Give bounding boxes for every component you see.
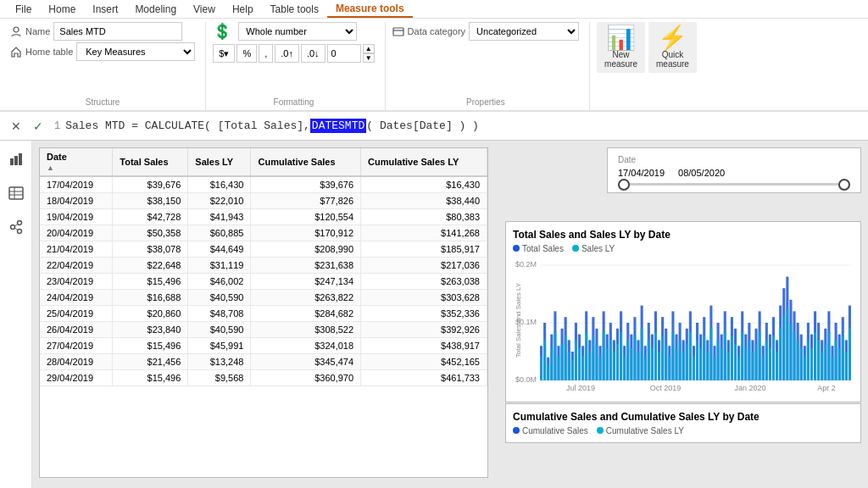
table-cell: $392,926 xyxy=(361,322,487,338)
menu-home[interactable]: Home xyxy=(40,2,84,17)
menu-measure-tools[interactable]: Measure tools xyxy=(327,1,413,18)
menu-help[interactable]: Help xyxy=(224,2,262,17)
ribbon-group-properties: Data category Uncategorized Properties xyxy=(389,22,590,110)
sidebar-barchart-icon[interactable] xyxy=(4,147,28,171)
table-cell: $360,970 xyxy=(251,370,361,386)
home-table-select[interactable]: Key Measures xyxy=(76,42,195,61)
chart2-legend: Cumulative Sales Cumulative Sales LY xyxy=(513,426,854,435)
svg-rect-154 xyxy=(769,348,771,380)
svg-rect-1 xyxy=(393,28,403,36)
svg-rect-82 xyxy=(644,356,647,380)
svg-rect-180 xyxy=(814,332,816,380)
table-cell: 28/04/2019 xyxy=(40,354,113,370)
date-filter-panel: Date 17/04/2019 08/05/2020 xyxy=(607,147,861,193)
svg-rect-3 xyxy=(14,156,18,165)
table-cell: $231,638 xyxy=(251,258,361,274)
table-cell: $16,430 xyxy=(188,176,251,193)
svg-rect-100 xyxy=(675,348,677,380)
data-category-label: Data category xyxy=(392,25,465,37)
svg-rect-194 xyxy=(838,348,841,380)
table-cell: $44,649 xyxy=(188,241,251,258)
svg-rect-160 xyxy=(779,328,782,380)
svg-rect-126 xyxy=(721,348,723,380)
svg-rect-132 xyxy=(731,336,733,380)
svg-rect-142 xyxy=(748,340,750,380)
formatting-label: Formatting xyxy=(213,94,374,107)
date-start: 17/04/2019 xyxy=(618,168,665,178)
table-cell: $9,568 xyxy=(188,370,251,386)
table-cell: 23/04/2019 xyxy=(40,274,113,290)
format-value-input[interactable] xyxy=(327,44,361,63)
quick-measure-button[interactable]: ⚡ Quick measure xyxy=(648,22,697,73)
slider-handle-left[interactable] xyxy=(618,179,630,191)
table-cell: $308,522 xyxy=(251,322,361,338)
formula-confirm-button[interactable]: ✓ xyxy=(29,117,47,136)
decimal-decrease-btn[interactable]: .0↓ xyxy=(301,44,326,63)
svg-rect-2 xyxy=(10,158,14,165)
chart2-legend-cumulative-sales: Cumulative Sales xyxy=(513,426,588,435)
comma-btn[interactable]: , xyxy=(259,44,273,63)
new-measure-button[interactable]: 📊 New measure xyxy=(597,22,645,73)
slider-handle-right[interactable] xyxy=(838,179,850,191)
chart1-legend-total-sales: Total Sales xyxy=(513,244,564,253)
sidebar-table-icon[interactable] xyxy=(4,181,28,205)
svg-rect-162 xyxy=(782,316,785,380)
data-category-row: Data category Uncategorized xyxy=(392,22,579,41)
format-icon: 💲 xyxy=(213,22,231,41)
svg-point-0 xyxy=(14,27,19,32)
percent-btn[interactable]: % xyxy=(236,44,257,63)
data-category-select[interactable]: Uncategorized xyxy=(469,22,579,41)
decimal-increase-btn[interactable]: .0↑ xyxy=(275,44,299,63)
svg-rect-114 xyxy=(699,348,702,380)
svg-rect-46 xyxy=(581,356,584,380)
menu-modeling[interactable]: Modeling xyxy=(126,2,185,17)
table-cell: $15,496 xyxy=(113,338,188,354)
table-cell: $438,917 xyxy=(361,338,487,354)
menu-file[interactable]: File xyxy=(7,2,40,17)
formula-bar: ✕ ✓ 1 Sales MTD = CALCULATE( [Total Sale… xyxy=(0,112,868,141)
table-row: 27/04/2019$15,496$45,991$324,018$438,917 xyxy=(40,338,487,354)
svg-rect-58 xyxy=(603,332,605,380)
format-type-select[interactable]: Whole number xyxy=(238,22,357,41)
svg-rect-168 xyxy=(793,332,795,380)
spin-up[interactable]: ▲ xyxy=(363,44,375,53)
table-cell: $38,078 xyxy=(113,241,188,258)
svg-rect-144 xyxy=(751,352,754,380)
svg-rect-178 xyxy=(810,348,813,380)
table-cell: $22,648 xyxy=(113,258,188,274)
table-cell: 27/04/2019 xyxy=(40,338,113,354)
table-scroll-area[interactable]: Date▲ Total Sales Sales LY Cumulative Sa… xyxy=(40,148,487,478)
menu-insert[interactable]: Insert xyxy=(84,2,126,17)
formula-cancel-button[interactable]: ✕ xyxy=(7,117,25,136)
svg-rect-32 xyxy=(557,356,559,380)
formula-name: Sales MTD = CALCULATE( [Total Sales], xyxy=(65,119,310,132)
svg-rect-86 xyxy=(651,348,654,380)
menu-view[interactable]: View xyxy=(185,2,224,17)
svg-point-10 xyxy=(17,221,21,225)
svg-rect-186 xyxy=(824,344,826,380)
data-table: Date▲ Total Sales Sales LY Cumulative Sa… xyxy=(40,148,487,386)
svg-rect-54 xyxy=(595,344,598,380)
table-cell: $284,682 xyxy=(251,306,361,322)
chart2-title: Cumulative Sales and Cumulative Sales LY… xyxy=(513,411,854,423)
table-cell: 25/04/2019 xyxy=(40,306,113,322)
svg-rect-64 xyxy=(613,352,615,380)
name-input[interactable] xyxy=(53,22,182,41)
svg-rect-98 xyxy=(671,332,674,380)
svg-rect-84 xyxy=(648,340,650,380)
svg-rect-76 xyxy=(633,336,636,380)
sidebar-model-icon[interactable] xyxy=(4,215,28,239)
table-cell: 17/04/2019 xyxy=(40,176,113,193)
chart1-title: Total Sales and Sales LY by Date xyxy=(513,229,854,241)
svg-rect-102 xyxy=(679,340,682,380)
table-cell: $46,002 xyxy=(188,274,251,290)
menu-table-tools[interactable]: Table tools xyxy=(262,2,327,17)
spin-down[interactable]: ▼ xyxy=(363,53,375,63)
table-cell: $217,036 xyxy=(361,258,487,274)
svg-rect-68 xyxy=(620,332,622,380)
formula-text: 1 Sales MTD = CALCULATE( [Total Sales], … xyxy=(54,119,861,133)
svg-rect-136 xyxy=(737,356,740,380)
table-cell: $15,496 xyxy=(113,370,188,386)
format-buttons-row: $▾ % , .0↑ .0↓ ▲ ▼ xyxy=(213,44,374,63)
currency-btn[interactable]: $▾ xyxy=(213,44,235,63)
